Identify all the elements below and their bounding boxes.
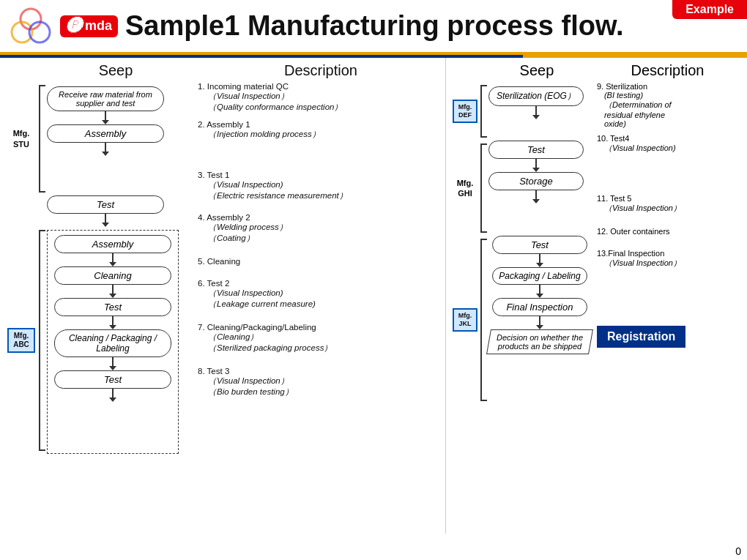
desc-8-num: 8. (198, 367, 205, 376)
desc-4-num: 4. (198, 213, 205, 222)
left-section: Seep Description Mfg. STU (7, 58, 445, 534)
mfg-abc-line1: Mfg. (13, 332, 29, 340)
left-seep-header: Seep (35, 62, 196, 79)
right-col-headers: Seep Description (452, 62, 740, 79)
mfg-jkl-section: Mfg. JKL Test Packaging / Labeling Final… (452, 236, 591, 404)
mfg-ghi-line1: Mfg. (457, 178, 474, 188)
r-desc-12-title: Outer containers (610, 227, 669, 236)
abc-bracket-icon (35, 227, 47, 454)
mfg-stu-label: Mfg. STU (7, 82, 35, 195)
step-storage: Storage (488, 172, 584, 190)
right-desc-col: 9. Sterilization (BI testing) （Determina… (591, 82, 740, 534)
step-sterilization: Sterilization (EOG） (488, 86, 584, 106)
page-title: Sample1 Manufacturing process flow. (125, 10, 624, 42)
test1-section: Test (47, 195, 190, 227)
r-desc-12: 12. Outer containers (597, 227, 740, 236)
mfg-stu-line2: STU (13, 139, 30, 149)
abc-bracket-steps: Assembly Cleaning Test Cleaning / Packag… (35, 227, 179, 454)
step-receive: Receive raw material from supplier and t… (47, 86, 164, 111)
desc-2-title: Assembly 1 (207, 120, 250, 129)
jkl-steps: Test Packaging / Labeling Final Inspecti… (488, 236, 591, 404)
desc-8-title: Test 3 (207, 367, 230, 376)
ghi-steps: Test Storage (488, 141, 584, 236)
r-desc-9-num: 9. (597, 82, 603, 91)
example-badge: Example (672, 0, 747, 19)
arrow-6 (109, 316, 116, 329)
arrow-5 (109, 285, 116, 298)
step-packaging: Packaging / Labeling (492, 267, 587, 285)
desc-4: 4. Assembly 2 （Welding process） （Coating… (198, 213, 445, 244)
arrow-1 (102, 111, 109, 124)
r-desc-13-line1: （Visual Inspection） (597, 258, 740, 269)
desc-3: 3. Test 1 （Visual Inspection) （Electric … (198, 171, 445, 201)
step-test1: Test (47, 195, 164, 214)
dashed-container: Assembly Cleaning Test Cleaning / Packag… (47, 230, 179, 454)
mfg-ghi-label: Mfg. GHI (457, 178, 474, 199)
mfg-def-line1: Mfg. (458, 103, 472, 111)
mfg-abc-box: Mfg. ABC (7, 328, 35, 353)
r-desc-12-num: 12. (597, 227, 608, 236)
r-desc-9: 9. Sterilization (BI testing) （Determina… (597, 82, 740, 128)
desc-6-line1: （Visual Inspection) (198, 288, 445, 299)
mfg-abc-label-container: Mfg. ABC (7, 227, 35, 454)
step-test3: Test (54, 370, 171, 389)
def-bracket-icon (478, 82, 488, 141)
step-test2: Test (54, 298, 171, 316)
r-desc-9-title: Sterilization (606, 82, 647, 91)
arrow-2 (102, 143, 109, 156)
mfg-stu-line1: Mfg. (13, 128, 30, 138)
step-decision: Decision on whether the products an be s… (494, 333, 586, 351)
r-arrow-2 (532, 159, 540, 172)
r-desc-9-line2: （Determination of (597, 100, 740, 111)
arrow-8 (109, 389, 116, 402)
registration-button[interactable]: Registration (597, 326, 685, 348)
mfg-def-label-container: Mfg. DEF (452, 82, 478, 141)
step-assembly2: Assembly (54, 235, 171, 253)
r-arrow-6 (536, 316, 543, 329)
arrow-7 (109, 357, 116, 370)
r-desc-11-num: 11. (597, 194, 608, 203)
mfg-jkl-line2: JKL (458, 320, 472, 328)
step-assembly1: Assembly (47, 124, 164, 143)
step-cleaning-pkg: Cleaning / Packaging / Labeling (54, 329, 171, 357)
r-desc-10: 10. Test4 （Visual Inspection) (597, 134, 740, 154)
desc-6-num: 6. (198, 279, 205, 288)
desc-7-num: 7. (198, 323, 205, 332)
left-flow-area: Mfg. STU Receive raw material f (7, 82, 445, 534)
desc-7-line1: （Cleaning） (198, 332, 445, 343)
right-flow-area: Mfg. DEF Sterilization (EOG） (452, 82, 740, 534)
r-desc-10-title: Test4 (610, 134, 629, 143)
desc-1: 1. Incoming material QC （Visual Inspecti… (198, 82, 445, 113)
mfg-abc-line2: ABC (13, 340, 29, 349)
desc-7-title: Cleaning/Packaging/Labeling (207, 323, 316, 332)
mfg-def-section: Mfg. DEF Sterilization (EOG） (452, 82, 591, 141)
stu-bracket-steps: Receive raw material from supplier and t… (35, 82, 164, 195)
mfg-def-line2: DEF (458, 111, 472, 119)
mfg-jkl-box: Mfg. JKL (453, 308, 478, 332)
test1-col: Test (47, 195, 164, 227)
desc-7: 7. Cleaning/Packaging/Labeling （Cleaning… (198, 323, 445, 354)
desc-2-line1: （Injection molding process） (198, 129, 445, 140)
r-desc-13-num: 13. (597, 249, 608, 258)
desc-2: 2. Assembly 1 （Injection molding process… (198, 120, 445, 140)
desc-5-num: 5. (198, 257, 205, 266)
mfg-def-box: Mfg. DEF (453, 100, 478, 123)
desc-5-title: Cleaning (207, 257, 240, 266)
desc-3-line2: （Electric resistance measurement） (198, 190, 445, 201)
stu-bracket-icon (35, 82, 47, 195)
desc-1-title: Incoming material QC (207, 82, 289, 91)
right-desc-header: Description (595, 62, 740, 79)
r-desc-11-line1: （Visual Inspection） (597, 203, 740, 214)
r-arrow-4 (536, 254, 543, 267)
step-final-inspection: Final Inspection (492, 298, 587, 316)
desc-3-num: 3. (198, 171, 205, 179)
r-arrow-3 (532, 190, 540, 204)
desc-4-title: Assembly 2 (207, 213, 250, 222)
mfg-stu-section: Mfg. STU Receive raw material f (7, 82, 190, 195)
page-number: 0 (735, 545, 741, 557)
desc-8-line2: （Bio burden testing） (198, 387, 445, 397)
right-seep-header: Seep (478, 62, 595, 79)
right-seep-section: Mfg. DEF Sterilization (EOG） (452, 82, 591, 534)
jkl-bracket-icon (478, 236, 488, 404)
logo-area: 🅟 mda (9, 6, 118, 46)
